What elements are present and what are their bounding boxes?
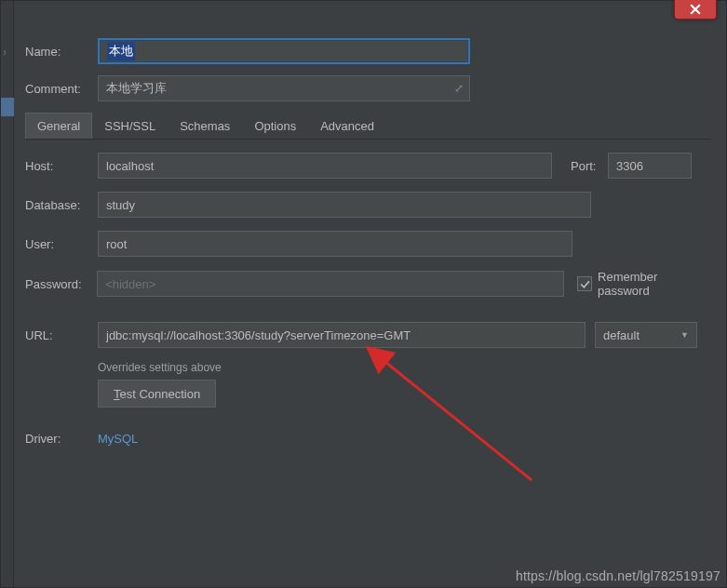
driver-label: Driver:: [25, 432, 98, 446]
left-rail: ›: [1, 1, 14, 587]
url-label: URL:: [25, 328, 98, 342]
tab-bar: General SSH/SSL Schemas Options Advanced: [25, 113, 711, 140]
window-close-button[interactable]: [674, 0, 717, 20]
password-input[interactable]: [97, 271, 564, 297]
expand-icon[interactable]: ⤢: [454, 82, 464, 95]
tab-advanced[interactable]: Advanced: [308, 113, 386, 139]
check-icon: [580, 279, 590, 289]
remember-password-checkbox[interactable]: Remember password: [577, 270, 711, 298]
host-label: Host:: [25, 159, 98, 173]
close-icon: [690, 4, 701, 15]
host-input[interactable]: [98, 153, 552, 179]
tab-ssh-ssl[interactable]: SSH/SSL: [92, 113, 168, 139]
url-mode-dropdown[interactable]: default ▼: [595, 322, 697, 348]
tab-schemas[interactable]: Schemas: [168, 113, 242, 139]
password-label: Password:: [25, 277, 97, 291]
remember-password-label: Remember password: [598, 270, 711, 298]
test-connection-rest: est Connection: [120, 387, 201, 401]
user-input[interactable]: [98, 231, 572, 257]
tab-options[interactable]: Options: [242, 113, 308, 139]
driver-link[interactable]: MySQL: [98, 432, 138, 446]
user-label: User:: [25, 237, 98, 251]
test-connection-button[interactable]: Test Connection: [98, 380, 216, 408]
checkbox-box: [577, 276, 592, 291]
tab-general[interactable]: General: [25, 113, 92, 139]
chevron-right-icon: ›: [3, 46, 7, 59]
name-value: 本地: [107, 42, 135, 60]
url-mode-value: default: [603, 328, 639, 342]
name-input[interactable]: 本地: [98, 38, 470, 64]
rail-marker: [1, 98, 14, 116]
comment-label: Comment:: [25, 82, 98, 96]
url-input[interactable]: [98, 322, 586, 348]
name-label: Name:: [25, 45, 98, 59]
port-label: Port:: [571, 159, 608, 173]
comment-input[interactable]: 本地学习库 ⤢: [98, 75, 470, 101]
comment-value: 本地学习库: [106, 80, 167, 97]
url-hint: Overrides settings above: [98, 361, 711, 374]
database-label: Database:: [25, 198, 98, 212]
watermark: https://blog.csdn.net/lgl782519197: [516, 568, 720, 583]
port-input[interactable]: [608, 153, 692, 179]
chevron-down-icon: ▼: [680, 330, 689, 340]
database-input[interactable]: [98, 192, 591, 218]
